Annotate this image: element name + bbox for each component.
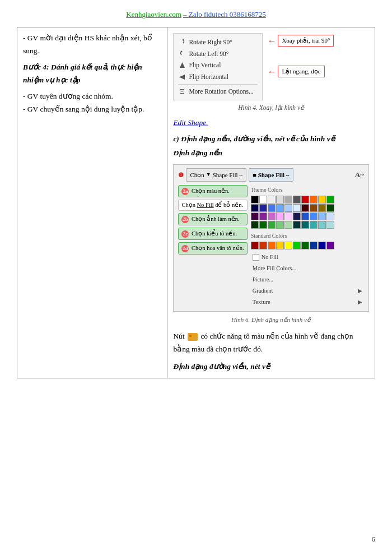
standard-color-cell[interactable]: [318, 242, 326, 249]
theme-color-cell[interactable]: [284, 212, 292, 220]
label-xoay: ← Xoay phải, trái 90°: [267, 33, 334, 48]
edit-shape-text: Edit Shape.: [173, 117, 369, 130]
standard-color-cell[interactable]: [301, 242, 309, 249]
theme-color-cell[interactable]: [268, 212, 276, 220]
site-link[interactable]: Kenhgiaovien.com: [126, 10, 181, 18]
theme-color-cell[interactable]: [301, 204, 309, 212]
rotate-menu-container: Rotate Right 90° Rotate Left 90°: [173, 33, 369, 100]
theme-color-cell[interactable]: [259, 212, 267, 220]
theme-color-cell[interactable]: [268, 204, 276, 212]
standard-color-cell[interactable]: [326, 242, 334, 249]
more-fill-option[interactable]: More Fill Colors...: [251, 263, 364, 274]
arrow-lat: ←: [267, 64, 276, 79]
theme-color-cell[interactable]: [276, 212, 284, 220]
theme-color-cell[interactable]: [259, 196, 267, 203]
right-column: Rotate Right 90° Rotate Left 90°: [167, 27, 375, 378]
label-2d: 2d Chọn hoa văn tô nền.: [178, 242, 247, 255]
fig6-caption: Hình 6. Định dạng nền hình vẽ: [173, 314, 369, 325]
theme-color-cell[interactable]: [326, 204, 334, 212]
theme-color-cell[interactable]: [251, 212, 259, 220]
theme-color-cell[interactable]: [259, 221, 267, 229]
chon-button[interactable]: Chọn ▼ Shape Fill ~: [186, 168, 246, 182]
more-rotation-label: More Rotation Options...: [189, 86, 253, 98]
flip-horizontal-label: Flip Horizontal: [189, 71, 228, 83]
theme-color-cell[interactable]: [293, 221, 301, 229]
rotate-left-label: Rotate Left 90°: [189, 48, 228, 60]
theme-color-cell[interactable]: [318, 221, 326, 229]
num-2b: 2b: [181, 216, 189, 223]
shape-fill-btn[interactable]: ■ Shape Fill ~: [249, 168, 293, 182]
edit-shape-link[interactable]: Edit Shape.: [173, 118, 208, 127]
svg-marker-1: [180, 50, 183, 52]
theme-color-cell[interactable]: [284, 196, 292, 203]
svg-rect-5: [189, 335, 192, 337]
theme-color-cell[interactable]: [318, 204, 326, 212]
theme-color-cell[interactable]: [251, 204, 259, 212]
arrow-xoay: ←: [267, 33, 276, 48]
theme-color-cell[interactable]: [326, 221, 334, 229]
theme-color-cell[interactable]: [301, 196, 309, 203]
theme-color-cell[interactable]: [293, 204, 301, 212]
az-button[interactable]: A~: [355, 169, 364, 181]
text-2d: Chọn hoa văn tô nền.: [192, 245, 244, 251]
svg-rect-6: [194, 337, 197, 340]
standard-color-row: [251, 242, 364, 249]
theme-color-cell[interactable]: [276, 204, 284, 212]
standard-color-cell[interactable]: [276, 242, 284, 249]
theme-color-cell[interactable]: [276, 196, 284, 203]
standard-color-cell[interactable]: [268, 242, 276, 249]
theme-color-cell[interactable]: [326, 212, 334, 220]
theme-color-cell[interactable]: [310, 212, 318, 220]
menu-options: No Fill More Fill Colors... Picture... G…: [251, 252, 364, 307]
flip-vertical-item: Flip Vertical: [178, 59, 258, 71]
theme-color-cell[interactable]: [310, 221, 318, 229]
theme-color-cell[interactable]: [301, 212, 309, 220]
theme-color-cell[interactable]: [310, 196, 318, 203]
shape-fill-panel: ❶ Chọn ▼ Shape Fill ~ ■ Shape Fill ~ A~: [173, 164, 369, 312]
theme-color-cell[interactable]: [251, 221, 259, 229]
standard-color-cell[interactable]: [293, 242, 301, 249]
theme-color-grid: [251, 196, 364, 229]
theme-color-cell[interactable]: [251, 196, 259, 203]
theme-color-cell[interactable]: [268, 196, 276, 203]
more-rotation-item[interactable]: ⊡ More Rotation Options...: [178, 84, 258, 98]
standard-color-cell[interactable]: [284, 242, 292, 249]
text-2b: Chọn ảnh làm nền.: [192, 216, 240, 222]
right-panel: Theme Colors Standard Colors No Fill Mor…: [251, 185, 364, 307]
theme-color-cell[interactable]: [318, 196, 326, 203]
panel-top-row: ❶ Chọn ▼ Shape Fill ~ ■ Shape Fill ~ A~: [178, 168, 364, 182]
standard-color-cell[interactable]: [259, 242, 267, 249]
label-2a: 2a Chọn màu nền.: [178, 185, 247, 197]
shape-fill-text: Shape Fill ~: [213, 170, 243, 181]
theme-color-cell[interactable]: [318, 212, 326, 220]
rotate-right-item: Rotate Right 90°: [178, 36, 258, 48]
label-lat: ← Lật ngang, dọc: [267, 64, 334, 79]
theme-color-cell[interactable]: [310, 204, 318, 212]
standard-color-cell[interactable]: [251, 242, 259, 249]
theme-color-cell[interactable]: [276, 221, 284, 229]
theme-color-cell[interactable]: [259, 204, 267, 212]
no-fill-square: [253, 254, 259, 261]
rotate-left-item: Rotate Left 90°: [178, 48, 258, 60]
header: Kenhgiaovien.com – Zalo fidutech 0386168…: [17, 10, 375, 19]
theme-color-cell[interactable]: [301, 221, 309, 229]
xoay-label: Xoay phải, trái 90°: [278, 35, 334, 47]
nut-text2: có chức năng tô màu nền của hình vẽ đang…: [173, 332, 353, 353]
no-fill-option[interactable]: No Fill: [251, 252, 364, 263]
section-c-title: c) Định dạng nền, đường viền, nét vẽ của…: [173, 133, 369, 146]
picture-option[interactable]: Picture...: [251, 274, 364, 285]
theme-color-cell[interactable]: [284, 221, 292, 229]
theme-color-cell[interactable]: [326, 196, 334, 203]
theme-color-cell[interactable]: [293, 212, 301, 220]
texture-option[interactable]: Texture▶: [251, 297, 364, 308]
rotate-right-label: Rotate Right 90°: [189, 36, 232, 48]
gradient-option[interactable]: Gradient▶: [251, 285, 364, 297]
theme-color-cell[interactable]: [284, 204, 292, 212]
zalo-link[interactable]: Zalo fidutech 0386168725: [189, 10, 266, 18]
theme-color-cell[interactable]: [268, 221, 276, 229]
gv-line2: - GV tuyên dương các nhóm.: [23, 90, 161, 103]
standard-color-cell[interactable]: [310, 242, 318, 249]
rotate-labels: ← Xoay phải, trái 90° ← Lật ngang, dọc: [267, 33, 334, 79]
theme-color-cell[interactable]: [293, 196, 301, 203]
az-label: A~: [355, 170, 364, 179]
